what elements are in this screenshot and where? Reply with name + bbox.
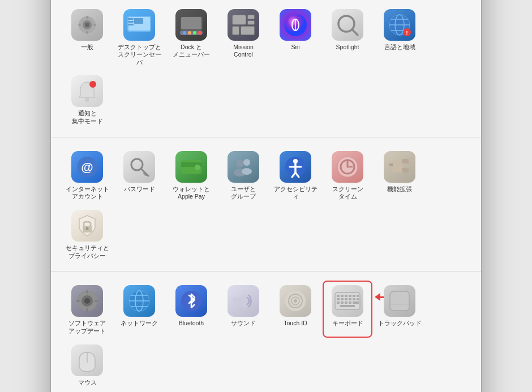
notif-label: 通知と集中モード bbox=[72, 110, 103, 125]
dock-label: Dock とメニューバー bbox=[173, 44, 210, 59]
svg-text:@: @ bbox=[81, 160, 93, 174]
svg-rect-79 bbox=[86, 308, 88, 312]
svg-point-4 bbox=[85, 23, 89, 27]
svg-rect-78 bbox=[86, 290, 88, 294]
sound-icon bbox=[228, 285, 259, 317]
svg-rect-101 bbox=[353, 295, 355, 297]
svg-point-57 bbox=[243, 159, 250, 166]
keyboard-icon bbox=[332, 285, 363, 317]
system-preferences-window: ‹ › ⋯ システム環境設定 🔍 konbu-studio bbox=[51, 0, 481, 392]
icon-item-security[interactable]: セキュリティとプライバシー bbox=[62, 205, 112, 262]
internet-label: インターネットアカウント bbox=[66, 186, 109, 201]
svg-rect-70 bbox=[402, 159, 409, 163]
svg-rect-106 bbox=[349, 298, 351, 300]
svg-point-18 bbox=[183, 31, 186, 35]
access-icon bbox=[280, 151, 311, 183]
icon-item-internet[interactable]: @ インターネットアカウント bbox=[62, 147, 112, 203]
svg-point-74 bbox=[86, 227, 89, 230]
icon-item-sound[interactable]: サウンド bbox=[218, 281, 268, 337]
bluetooth-icon bbox=[175, 285, 207, 317]
svg-rect-80 bbox=[76, 300, 80, 302]
password-label: パスワード bbox=[124, 186, 155, 193]
icon-item-software[interactable]: ソフトウェアアップデート bbox=[62, 281, 112, 337]
section-3: ソフトウェアアップデート ネットワーク bbox=[51, 272, 481, 392]
icon-item-wallet[interactable]: ウォレットとApple Pay bbox=[166, 147, 216, 203]
svg-rect-54 bbox=[195, 165, 200, 170]
svg-rect-81 bbox=[95, 300, 98, 302]
ippan-icon bbox=[71, 9, 103, 41]
svg-rect-71 bbox=[402, 168, 409, 173]
screen-label: スクリーンタイム bbox=[332, 186, 363, 201]
svg-point-20 bbox=[193, 31, 196, 35]
svg-rect-112 bbox=[349, 301, 351, 304]
svg-rect-91 bbox=[233, 298, 240, 304]
icon-item-trackpad[interactable]: トラックパッド bbox=[375, 281, 424, 337]
section-2: @ インターネットアカウント パスワード bbox=[51, 137, 481, 272]
svg-rect-102 bbox=[357, 295, 359, 297]
siri-icon bbox=[280, 9, 311, 41]
icon-item-access[interactable]: アクセシビリティ bbox=[271, 147, 320, 203]
icon-item-dock[interactable]: Dock とメニューバー bbox=[166, 5, 216, 69]
icon-grid-1: 一般 デスクトップとスクリーンセーバ bbox=[62, 5, 470, 128]
svg-rect-6 bbox=[86, 31, 88, 34]
icon-item-mouse[interactable]: マウス bbox=[62, 340, 112, 389]
svg-rect-8 bbox=[93, 24, 96, 26]
icon-item-mission[interactable]: MissionControl bbox=[218, 5, 268, 69]
icon-item-password[interactable]: パスワード bbox=[114, 147, 164, 203]
svg-rect-25 bbox=[248, 15, 254, 19]
screen-icon bbox=[332, 151, 363, 183]
svg-rect-113 bbox=[353, 301, 359, 304]
svg-rect-16 bbox=[181, 17, 201, 29]
icon-item-user[interactable]: ユーザとグループ bbox=[218, 147, 268, 203]
svg-rect-31 bbox=[241, 27, 254, 35]
svg-rect-104 bbox=[341, 298, 344, 300]
icon-item-keyboard[interactable]: キーボード bbox=[323, 281, 372, 337]
icon-item-spotlight[interactable]: Spotlight bbox=[323, 5, 372, 69]
internet-icon: @ bbox=[71, 151, 103, 183]
svg-line-50 bbox=[141, 169, 148, 176]
svg-rect-107 bbox=[353, 298, 355, 300]
security-icon bbox=[71, 210, 103, 242]
svg-rect-14 bbox=[128, 24, 134, 25]
icon-item-network[interactable]: ネットワーク bbox=[114, 281, 164, 337]
svg-rect-27 bbox=[248, 21, 254, 24]
section-1: 一般 デスクトップとスクリーンセーバ bbox=[51, 0, 481, 137]
svg-point-46 bbox=[89, 81, 96, 88]
user-label: ユーザとグループ bbox=[231, 186, 256, 201]
desktop-label: デスクトップとスクリーンセーバ bbox=[117, 44, 162, 67]
svg-line-36 bbox=[352, 29, 358, 35]
svg-rect-105 bbox=[345, 298, 347, 300]
svg-rect-69 bbox=[392, 161, 403, 173]
trackpad-label: トラックパッド bbox=[378, 320, 422, 328]
ippan-label: 一般 bbox=[81, 44, 93, 51]
svg-rect-12 bbox=[128, 18, 134, 20]
icon-item-screen[interactable]: スクリーンタイム bbox=[323, 147, 372, 203]
svg-rect-111 bbox=[345, 301, 347, 304]
password-icon bbox=[123, 151, 155, 183]
svg-rect-99 bbox=[345, 295, 347, 297]
icon-item-siri[interactable]: Siri bbox=[271, 5, 320, 69]
svg-rect-109 bbox=[337, 301, 340, 304]
icon-item-touch[interactable]: Touch ID bbox=[271, 281, 320, 337]
icon-item-notif[interactable]: 通知と集中モード bbox=[62, 71, 112, 127]
svg-rect-23 bbox=[233, 15, 246, 24]
svg-rect-11 bbox=[134, 18, 143, 24]
svg-rect-103 bbox=[337, 298, 340, 300]
svg-rect-115 bbox=[390, 291, 409, 311]
svg-point-58 bbox=[242, 168, 252, 175]
software-label: ソフトウェアアップデート bbox=[68, 320, 106, 335]
icon-item-desktop[interactable]: デスクトップとスクリーンセーバ bbox=[114, 5, 164, 69]
icon-item-bluetooth[interactable]: Bluetooth bbox=[166, 281, 216, 337]
svg-rect-29 bbox=[233, 27, 239, 35]
icon-item-ext[interactable]: 機能拡張 bbox=[375, 147, 424, 203]
svg-rect-7 bbox=[78, 24, 81, 26]
icon-item-language[interactable]: ! 言語と地域 bbox=[375, 5, 424, 69]
svg-point-55 bbox=[236, 160, 244, 167]
icon-item-ippan[interactable]: 一般 bbox=[62, 5, 112, 69]
security-label: セキュリティとプライバシー bbox=[66, 244, 109, 260]
svg-rect-97 bbox=[337, 295, 340, 297]
mouse-icon bbox=[71, 344, 103, 376]
network-label: ネットワーク bbox=[121, 320, 158, 328]
icon-grid-3: ソフトウェアアップデート ネットワーク bbox=[62, 281, 470, 389]
touch-icon bbox=[280, 285, 311, 317]
